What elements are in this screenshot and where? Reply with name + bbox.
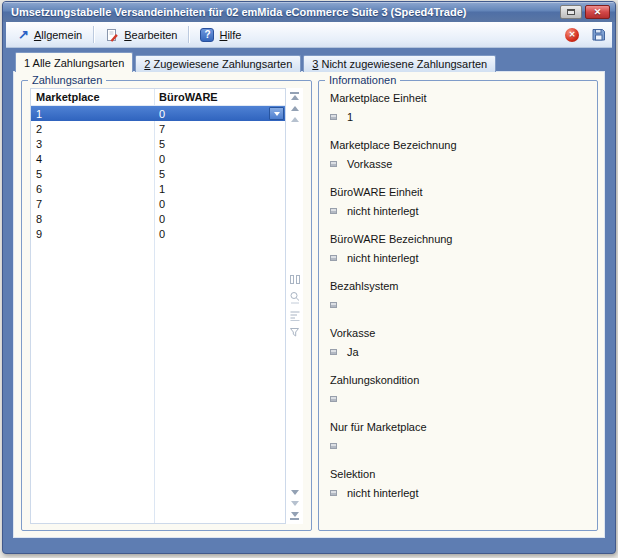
filter-icon[interactable] — [289, 327, 301, 338]
informationen-group-label: Informationen — [325, 74, 400, 87]
info-fields: Marketplace Einheit 1 Marketplace Bezeic… — [330, 92, 589, 515]
info-field-vorkasse: Vorkasse Ja — [330, 327, 589, 374]
save-icon[interactable] — [591, 27, 606, 42]
payment-table[interactable]: Marketplace BüroWARE 1 0 2 7 3 5 — [30, 88, 286, 524]
bearbeiten-label: B — [124, 29, 131, 41]
info-field-marketplace-einheit: Marketplace Einheit 1 — [330, 92, 589, 139]
tab-zugewiesene-zahlungsarten[interactable]: 2 Zugewiesene Zahlungsarten — [135, 55, 301, 72]
window-title: Umsetzungstabelle Versandeinheiten für 0… — [11, 6, 557, 18]
dropdown-button[interactable] — [269, 107, 284, 120]
move-up-icon[interactable] — [291, 106, 299, 111]
close-button[interactable]: ✕ — [585, 5, 610, 19]
column-header-buroware[interactable]: BüroWARE — [154, 91, 285, 103]
scroll-top-icon[interactable] — [290, 92, 299, 100]
content-panel: Zahlungsarten Marketplace BüroWARE 1 0 2… — [13, 71, 605, 538]
maximize-icon — [567, 9, 575, 15]
column-select-icon[interactable] — [289, 274, 301, 285]
toolbar-separator — [93, 26, 94, 43]
info-field-buroware-bezeichnung: BüroWARE Bezeichnung nicht hinterlegt — [330, 233, 589, 280]
table-header: Marketplace BüroWARE — [31, 89, 285, 106]
tab-strip: 1 Alle Zahlungsarten 2 Zugewiesene Zahlu… — [15, 52, 603, 72]
bullet-icon — [330, 208, 337, 214]
bullet-icon — [330, 443, 337, 449]
hilfe-button[interactable]: ? Hilfe — [194, 25, 247, 45]
toolbar: ↗ Allgemein Bearbeiten ? Hilfe ✕ — [6, 22, 612, 48]
informationen-groupbox: Informationen Marketplace Einheit 1 Mark… — [318, 80, 598, 531]
info-field-zahlungskondition: Zahlungskondition — [330, 374, 589, 421]
allgemein-button[interactable]: ↗ Allgemein — [12, 26, 88, 44]
tab-alle-zahlungsarten[interactable]: 1 Alle Zahlungsarten — [15, 52, 133, 72]
help-icon: ? — [200, 28, 214, 42]
toolbar-separator — [188, 26, 189, 43]
page-up-icon[interactable] — [291, 117, 299, 122]
info-field-buroware-einheit: BüroWARE Einheit nicht hinterlegt — [330, 186, 589, 233]
info-field-bezahlsystem: Bezahlsystem — [330, 280, 589, 327]
bullet-icon — [330, 349, 337, 355]
edit-note-icon — [105, 28, 119, 42]
search-icon[interactable] — [289, 291, 301, 304]
maximize-button[interactable] — [560, 5, 582, 19]
grid-tool-strip — [286, 88, 303, 524]
move-down-icon[interactable] — [291, 490, 299, 495]
table-row[interactable]: 8 0 — [31, 211, 285, 226]
title-bar: Umsetzungstabelle Versandeinheiten für 0… — [3, 2, 615, 22]
table-row[interactable]: 9 0 — [31, 226, 285, 241]
bearbeiten-button[interactable]: Bearbeiten — [99, 25, 183, 45]
column-header-marketplace[interactable]: Marketplace — [31, 91, 154, 103]
info-field-selektion: Selektion nicht hinterlegt — [330, 468, 589, 515]
table-row[interactable]: 6 1 — [31, 181, 285, 196]
bullet-icon — [330, 114, 337, 120]
table-row[interactable]: 4 0 — [31, 151, 285, 166]
chevron-down-icon — [274, 112, 280, 116]
close-icon: ✕ — [594, 7, 602, 17]
arrow-up-right-icon: ↗ — [18, 29, 29, 40]
table-row[interactable]: 5 5 — [31, 166, 285, 181]
table-row[interactable]: 1 0 — [31, 106, 285, 121]
bullet-icon — [330, 161, 337, 167]
bullet-icon — [330, 255, 337, 261]
bullet-icon — [330, 302, 337, 308]
info-field-marketplace-bezeichnung: Marketplace Bezeichnung Vorkasse — [330, 139, 589, 186]
page-down-icon[interactable] — [291, 501, 299, 506]
cancel-icon[interactable]: ✕ — [565, 28, 579, 42]
bullet-icon — [330, 490, 337, 496]
zahlungsarten-groupbox: Zahlungsarten Marketplace BüroWARE 1 0 2… — [21, 80, 312, 531]
tab-nicht-zugewiesene-zahlungsarten[interactable]: 3 Nicht zugewiesene Zahlungsarten — [303, 55, 496, 72]
bullet-icon — [330, 396, 337, 402]
scroll-bottom-icon[interactable] — [290, 512, 299, 520]
table-row[interactable]: 7 0 — [31, 196, 285, 211]
info-field-nur-fuer-marketplace: Nur für Marketplace — [330, 421, 589, 468]
table-row[interactable]: 2 7 — [31, 121, 285, 136]
sort-icon[interactable] — [289, 310, 301, 321]
zahlungsarten-group-label: Zahlungsarten — [28, 74, 106, 87]
app-window: Umsetzungstabelle Versandeinheiten für 0… — [2, 1, 616, 554]
table-row[interactable]: 3 5 — [31, 136, 285, 151]
